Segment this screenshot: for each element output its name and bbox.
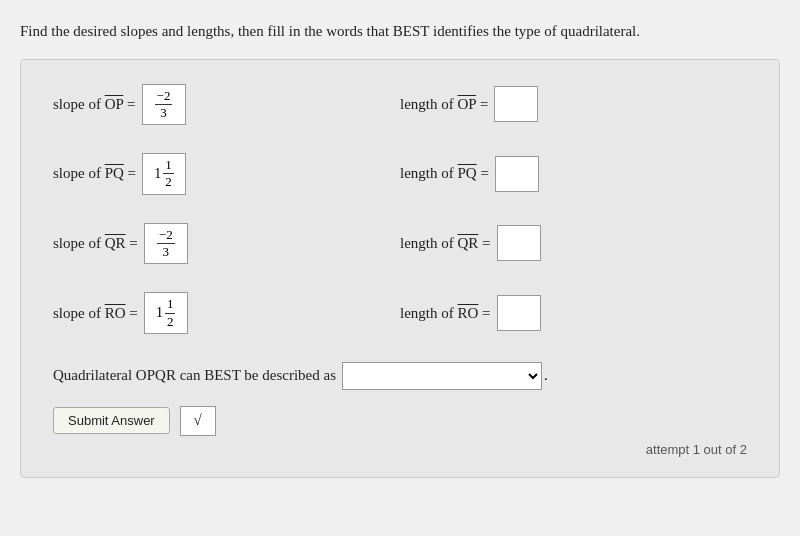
length-pq-input[interactable] — [495, 156, 539, 192]
segment-pq-length: PQ — [458, 165, 477, 181]
submit-button[interactable]: Submit Answer — [53, 407, 170, 434]
length-op-col: length of OP = — [400, 86, 747, 122]
slope-pq-label: slope of PQ = — [53, 165, 136, 182]
slope-ro-value: 1 1 2 — [144, 292, 188, 334]
slope-op-label: slope of OP = — [53, 96, 136, 113]
slope-qr-value: −2 3 — [144, 223, 188, 265]
length-qr-col: length of QR = — [400, 225, 747, 261]
slope-op-col: slope of OP = −2 3 — [53, 84, 400, 126]
row-ro: slope of RO = 1 1 2 length of RO = — [53, 292, 747, 334]
slope-pq-col: slope of PQ = 1 1 2 — [53, 153, 400, 195]
length-qr-label: length of QR = — [400, 235, 491, 252]
segment-ro-slope: RO — [105, 305, 126, 321]
main-box: slope of OP = −2 3 length of OP = slope … — [20, 59, 780, 478]
slope-qr-label: slope of QR = — [53, 235, 138, 252]
slope-pq-mixed: 1 1 2 — [154, 158, 174, 190]
quadrilateral-row: Quadrilateral OPQR can BEST be described… — [53, 362, 747, 390]
slope-pq-fraction: 1 2 — [163, 158, 174, 190]
attempt-text: attempt 1 out of 2 — [53, 442, 747, 457]
segment-op-length: OP — [458, 96, 477, 112]
row-op: slope of OP = −2 3 length of OP = — [53, 84, 747, 126]
row-qr: slope of QR = −2 3 length of QR = — [53, 223, 747, 265]
instructions: Find the desired slopes and lengths, the… — [20, 20, 780, 43]
length-ro-label: length of RO = — [400, 305, 491, 322]
slope-qr-fraction: −2 3 — [157, 228, 175, 260]
length-qr-input[interactable] — [497, 225, 541, 261]
length-op-label: length of OP = — [400, 96, 488, 113]
period: . — [544, 367, 548, 384]
quadrilateral-label: Quadrilateral OPQR can BEST be described… — [53, 367, 336, 384]
length-ro-col: length of RO = — [400, 295, 747, 331]
slope-ro-mixed: 1 1 2 — [156, 297, 176, 329]
segment-qr-slope: QR — [105, 235, 126, 251]
quadrilateral-select[interactable]: parallelogram rectangle rhombus square t… — [342, 362, 542, 390]
length-pq-col: length of PQ = — [400, 156, 747, 192]
slope-ro-fraction: 1 2 — [165, 297, 176, 329]
slope-op-fraction: −2 3 — [155, 89, 173, 121]
segment-ro-length: RO — [458, 305, 479, 321]
slope-op-value: −2 3 — [142, 84, 186, 126]
slope-pq-value: 1 1 2 — [142, 153, 186, 195]
segment-pq-slope: PQ — [105, 165, 124, 181]
segment-qr-length: QR — [458, 235, 479, 251]
length-op-input[interactable] — [494, 86, 538, 122]
length-ro-input[interactable] — [497, 295, 541, 331]
segment-op-slope: OP — [105, 96, 124, 112]
slope-qr-col: slope of QR = −2 3 — [53, 223, 400, 265]
sqrt-box: √ — [180, 406, 216, 436]
length-pq-label: length of PQ = — [400, 165, 489, 182]
slope-ro-col: slope of RO = 1 1 2 — [53, 292, 400, 334]
bottom-row: Submit Answer √ — [53, 406, 747, 436]
row-pq: slope of PQ = 1 1 2 length of PQ = — [53, 153, 747, 195]
page-container: Find the desired slopes and lengths, the… — [20, 20, 780, 478]
slope-ro-label: slope of RO = — [53, 305, 138, 322]
